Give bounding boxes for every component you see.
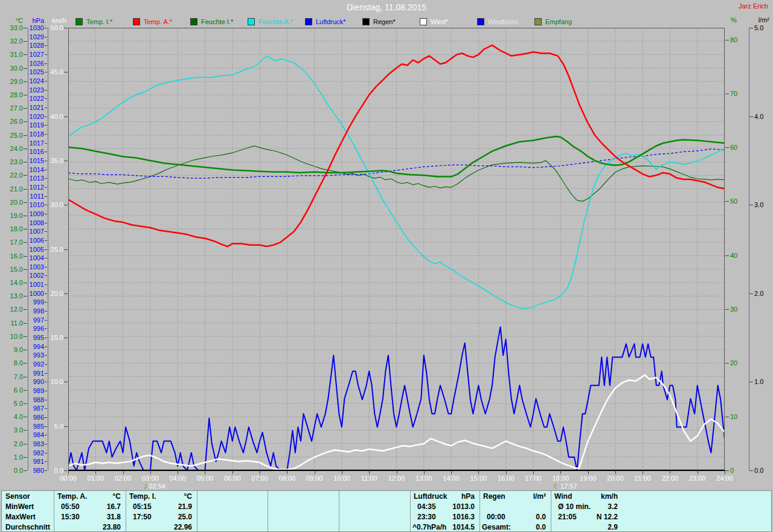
axis-tick-label: 1020 [22,113,44,120]
axis-tick-label: 981 [22,458,44,465]
axis-tick [45,461,47,462]
axis-tick [64,249,68,250]
axis-tick [45,408,47,409]
axis-tick [24,403,27,404]
axis-tick [45,187,47,188]
table-column-separator [339,491,339,531]
axis-tick-label: 994 [22,343,44,350]
x-axis-label: 01:00 [83,475,108,482]
time-marker-label: 17:57 [560,482,577,490]
legend-item-regen[interactable]: Regen* [362,18,396,26]
table-min-value: 1013.0 [410,502,475,511]
x-axis-label: 04:00 [165,475,190,482]
x-axis-tick [560,470,561,474]
legend-item-empfang[interactable]: Empfang [534,18,572,26]
weather-app-window: Dienstag, 11.08.2015 Jarz Erich °C hPa k… [0,0,773,532]
x-axis-tick [588,470,589,474]
humidity-axis-unit: % [727,16,740,24]
axis-tick [45,81,47,82]
x-axis-label: 21:00 [630,475,655,482]
axis-tick [45,302,47,303]
legend-item-temp-a[interactable]: Temp. A.* [133,18,172,26]
axis-tick-label: 16.0 [1,252,23,260]
axis-tick-label: 20.0 [1,199,23,206]
axis-tick-label: 991 [22,370,44,377]
x-axis-tick [315,470,315,474]
axis-tick-label: 998 [22,307,44,315]
x-axis-tick [68,470,69,474]
x-axis-tick [533,470,534,474]
legend-item-luftdruck[interactable]: Luftdruck* [305,18,346,26]
axis-tick [749,382,753,382]
x-axis-label: 20:00 [603,475,628,482]
axis-tick [45,178,47,179]
axis-tick [45,417,47,418]
axis-tick-label: 1028 [22,42,44,49]
axis-tick [64,426,68,427]
axis-tick-label: 989 [22,387,44,394]
x-axis-tick [506,470,507,474]
axis-tick-label: 14.0 [1,279,23,286]
axis-tick-label: 0.0 [1,467,23,474]
axis-tick-label: 996 [22,325,44,332]
legend-label: Regen* [373,18,396,25]
legend-swatch [190,18,197,25]
axis-tick [45,90,47,91]
axis-tick-label: 8.0 [1,359,23,367]
axis-tick-label: 1016 [22,148,44,155]
x-axis-tick [342,470,342,474]
axis-tick-label: 15.0 [1,266,23,273]
axis-tick [64,382,68,382]
axis-tick [45,275,47,276]
axis-tick-label: 10 [730,413,748,420]
axis-tick [725,309,729,310]
axis-tick [45,98,47,99]
x-axis-tick [615,470,616,474]
axis-tick [749,470,753,471]
axis-tick-label: 1019 [22,121,44,129]
axis-tick-label: 15.0 [42,334,63,341]
chart-plot[interactable] [68,28,725,475]
x-axis-label: 07:00 [247,475,272,482]
axis-tick-label: 987 [22,405,44,412]
axis-tick [64,205,68,205]
axis-tick-label: 7.0 [1,373,23,380]
axis-tick [45,355,47,356]
axis-tick [725,147,729,148]
x-axis-tick [478,470,479,474]
axis-tick-label: 1003 [22,263,44,271]
x-axis-label: 19:00 [576,475,601,482]
legend-item-windb-en[interactable]: Windböen [477,18,518,26]
axis-tick-label: 25.0 [1,132,23,139]
table-row-label: Sensor [5,492,30,501]
moon-marker-icon: ☽ [141,482,147,489]
axis-tick-label: 1027 [22,51,44,58]
axis-tick [725,201,729,202]
legend-item-feuchte-a[interactable]: Feuchte A.* [248,18,293,26]
axis-tick [45,54,47,55]
axis-tick-label: 993 [22,351,44,359]
axis-tick [725,417,729,417]
axis-tick-label: 4.0 [754,113,772,120]
x-axis-tick [123,470,124,474]
table-min-value: 16.7 [54,502,121,511]
axis-tick-label: 1024 [22,77,44,85]
legend-item-wind[interactable]: Wind* [420,18,448,26]
axis-tick-label: 1030 [22,24,44,31]
axis-tick-label: 1010 [22,201,44,208]
axis-tick-label: 1023 [22,86,44,94]
table-max-value: 25.0 [126,513,192,522]
axis-tick-label: 23.0 [1,158,23,165]
legend-item-feuchte-i[interactable]: Feuchte I.* [190,18,233,26]
table-column-separator [268,491,268,531]
axis-tick-label: 70 [730,90,748,97]
axis-tick-label: 1001 [22,281,44,288]
axis-tick-label: 28.0 [1,91,23,98]
legend-item-temp-i[interactable]: Temp. I.* [75,18,112,26]
rain-axis-unit: l/m² [749,16,769,24]
moon-marker-icon: ☾ [553,482,559,489]
axis-tick-label: 33.0 [1,24,23,31]
axis-tick-label: 1018 [22,130,44,138]
axis-tick-label: 1009 [22,210,44,217]
axis-line [749,28,749,470]
